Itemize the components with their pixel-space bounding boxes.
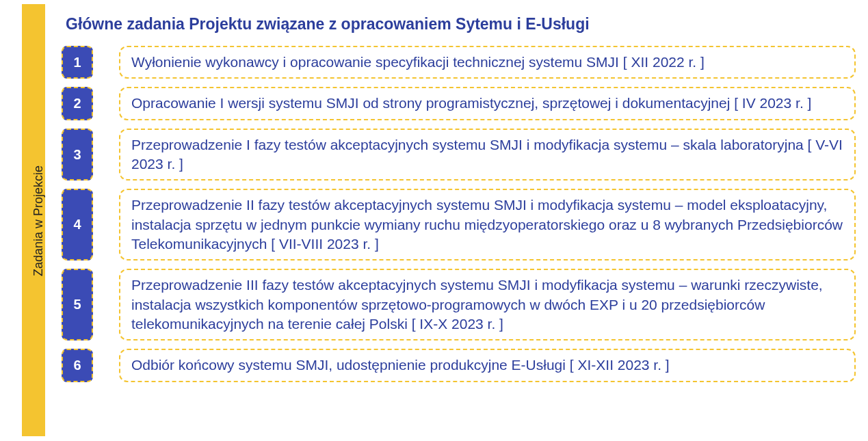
side-label: Zadania w Projekcie [31,152,46,289]
task-badge-4: 4 [62,189,93,260]
task-row: 3 Przeprowadzenie I fazy testów akceptac… [62,129,856,181]
task-badge-3: 3 [62,129,93,181]
task-text-6: Odbiór końcowy systemu SMJI, udostępnien… [119,349,856,382]
task-row: 1 Wyłonienie wykonawcy i opracowanie spe… [62,46,856,79]
task-badge-5: 5 [62,269,93,340]
task-row: 6 Odbiór końcowy systemu SMJI, udostępni… [62,349,856,382]
task-text-2: Opracowanie I wersji systemu SMJI od str… [119,87,856,120]
task-text-5: Przeprowadzenie III fazy testów akceptac… [119,269,856,340]
main-title: Główne zadania Projektu związane z oprac… [66,15,856,34]
task-text-1: Wyłonienie wykonawcy i opracowanie specy… [119,46,856,79]
task-row: 4 Przeprowadzenie II fazy testów akcepta… [62,189,856,260]
content: Główne zadania Projektu związane z oprac… [62,15,856,390]
task-badge-1: 1 [62,46,93,79]
task-text-4: Przeprowadzenie II fazy testów akceptacy… [119,189,856,260]
task-row: 2 Opracowanie I wersji systemu SMJI od s… [62,87,856,120]
task-text-3: Przeprowadzenie I fazy testów akceptacyj… [119,129,856,181]
task-badge-6: 6 [62,349,93,382]
task-badge-2: 2 [62,87,93,120]
task-row: 5 Przeprowadzenie III fazy testów akcept… [62,269,856,340]
